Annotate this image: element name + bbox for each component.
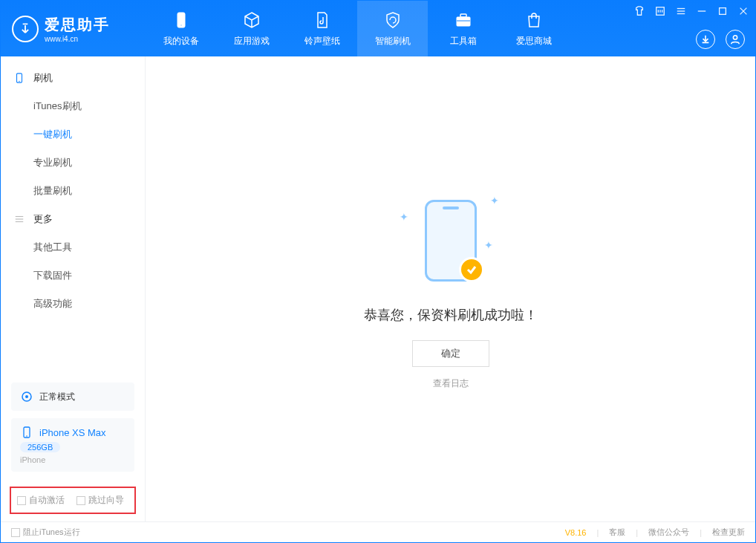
svg-rect-13: [720, 8, 726, 15]
svg-rect-2: [457, 17, 470, 26]
sidebar-item-batch-flash[interactable]: 批量刷机: [1, 177, 145, 205]
music-file-icon: [312, 10, 333, 30]
nav-toolbox[interactable]: 工具箱: [428, 1, 498, 56]
svg-point-23: [25, 395, 28, 398]
checkbox-skip-guide[interactable]: 跳过向导: [76, 494, 124, 507]
footer: 阻止iTunes运行 V8.16 | 客服 | 微信公众号 | 检查更新: [1, 521, 755, 542]
ok-button[interactable]: 确定: [412, 340, 489, 367]
svg-point-1: [180, 25, 182, 26]
sidebar-item-download-firmware[interactable]: 下载固件: [1, 261, 145, 290]
version-label: V8.16: [565, 528, 587, 537]
sidebar-item-pro-flash[interactable]: 专业刷机: [1, 149, 145, 177]
device-icon: [14, 72, 26, 84]
checkbox-label: 跳过向导: [88, 494, 124, 507]
feedback-icon[interactable]: [654, 5, 666, 17]
close-icon[interactable]: [737, 5, 749, 17]
nav-ringtone-wallpaper[interactable]: 铃声壁纸: [287, 1, 357, 56]
list-icon: [14, 213, 26, 225]
device-capacity: 256GB: [20, 442, 60, 452]
svg-point-18: [19, 81, 19, 82]
checkbox-block-itunes[interactable]: 阻止iTunes运行: [11, 527, 80, 538]
device-block[interactable]: iPhone XS Max 256GB iPhone: [11, 418, 134, 472]
checkbox-auto-activate[interactable]: 自动激活: [17, 494, 65, 507]
sparkle-icon: ✦: [400, 211, 408, 223]
support-link[interactable]: 客服: [609, 527, 625, 538]
skin-icon[interactable]: [633, 5, 645, 17]
sparkle-icon: ✦: [484, 239, 493, 251]
check-update-link[interactable]: 检查更新: [712, 527, 745, 538]
nav-label: 工具箱: [450, 35, 477, 48]
maximize-icon[interactable]: [717, 5, 729, 17]
nav-smart-flash[interactable]: 智能刷机: [357, 1, 428, 56]
main-content: ✦ ✦ ✦ 恭喜您，保资料刷机成功啦！ 确定 查看日志: [146, 56, 755, 521]
user-button[interactable]: [726, 30, 745, 49]
window-controls: [633, 5, 749, 17]
app-header: 爱思助手 www.i4.cn 我的设备 应用游戏 铃声壁纸 智能刷机 工具箱 爱…: [1, 1, 755, 56]
menu-icon[interactable]: [675, 5, 687, 17]
download-button[interactable]: [696, 30, 715, 49]
success-message: 恭喜您，保资料刷机成功啦！: [364, 306, 538, 324]
checkbox-label: 自动激活: [29, 494, 65, 507]
svg-rect-3: [460, 14, 466, 17]
device-type: iPhone: [20, 455, 45, 464]
nav-label: 我的设备: [163, 35, 199, 48]
sidebar: 刷机 iTunes刷机 一键刷机 专业刷机 批量刷机 更多 其他工具 下载固件 …: [1, 56, 146, 521]
sidebar-group-flash: 刷机: [1, 64, 145, 92]
app-logo-icon: [12, 16, 39, 42]
header-right-actions: [696, 30, 745, 49]
sidebar-group-title: 更多: [33, 212, 53, 226]
sidebar-group-more: 更多: [1, 205, 145, 233]
sidebar-item-other-tools[interactable]: 其他工具: [1, 233, 145, 261]
sidebar-item-advanced[interactable]: 高级功能: [1, 290, 145, 318]
shopping-bag-icon: [524, 10, 544, 30]
device-name: iPhone XS Max: [39, 427, 106, 438]
check-badge-icon: [459, 257, 484, 282]
logo-area: 爱思助手 www.i4.cn: [1, 15, 146, 43]
cube-icon: [241, 10, 262, 30]
sidebar-item-itunes-flash[interactable]: iTunes刷机: [1, 92, 145, 120]
svg-point-25: [26, 435, 27, 437]
view-log-link[interactable]: 查看日志: [433, 377, 469, 390]
main-nav: 我的设备 应用游戏 铃声壁纸 智能刷机 工具箱 爱思商城: [146, 1, 569, 56]
logo-subtitle: www.i4.cn: [45, 35, 110, 43]
bottom-checkbox-row: 自动激活 跳过向导: [10, 487, 136, 514]
wechat-link[interactable]: 微信公众号: [648, 527, 689, 538]
nav-my-device[interactable]: 我的设备: [146, 1, 216, 56]
success-illustration: ✦ ✦ ✦: [395, 189, 506, 293]
nav-store[interactable]: 爱思商城: [498, 1, 569, 56]
nav-label: 铃声壁纸: [304, 35, 340, 48]
nav-label: 应用游戏: [234, 35, 270, 48]
svg-point-16: [733, 36, 737, 39]
mode-icon: [20, 390, 33, 403]
checkbox-label: 阻止iTunes运行: [23, 527, 80, 538]
minimize-icon[interactable]: [696, 5, 708, 17]
shield-sync-icon: [382, 10, 403, 30]
sparkle-icon: ✦: [490, 195, 499, 207]
nav-label: 爱思商城: [516, 35, 552, 48]
nav-apps-games[interactable]: 应用游戏: [216, 1, 287, 56]
mode-block[interactable]: 正常模式: [11, 383, 134, 411]
toolbox-icon: [453, 10, 474, 30]
logo-title: 爱思助手: [45, 15, 110, 35]
sidebar-item-oneclick-flash[interactable]: 一键刷机: [1, 120, 145, 149]
mode-label: 正常模式: [39, 391, 75, 403]
device-phone-icon: [20, 426, 33, 439]
nav-label: 智能刷机: [375, 35, 411, 48]
phone-icon: [171, 10, 192, 30]
sidebar-group-title: 刷机: [33, 71, 53, 85]
